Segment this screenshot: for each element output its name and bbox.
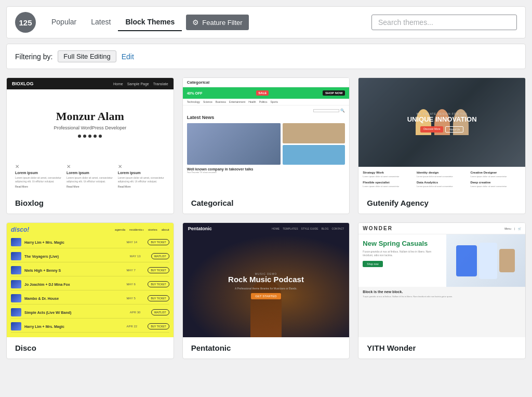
list-item: Harry Lim + Mrs. Magic MAY 14 BUY TICKET: [11, 236, 169, 248]
filter-bar: Filtering by: Full Site Editing Edit: [6, 44, 526, 69]
pentatonic-logo: Pentatonic: [188, 226, 212, 231]
top-bar: 125 Popular Latest Block Themes ⚙ Featur…: [6, 6, 526, 38]
themes-grid: BIOXLOG Home Sample Page Translate Monzu…: [6, 77, 526, 359]
filter-tag: Full Site Editing: [58, 50, 116, 62]
bioxlog-nav: Home Sample Page Translate: [113, 82, 168, 86]
yith-logo: WONDER: [363, 226, 393, 231]
theme-name-bioxlog: Bioxlog: [7, 192, 174, 214]
theme-name-yith: YITH Wonder: [358, 337, 525, 359]
theme-card-yith-wonder[interactable]: WONDER Menu | 🛒 New Spring Casuals Fusce…: [358, 222, 526, 359]
theme-preview-yith: WONDER Menu | 🛒 New Spring Casuals Fusce…: [358, 223, 525, 337]
list-item: Mambo & Dr. House MAY 5 BUY TICKET: [11, 293, 169, 305]
theme-card-categorical[interactable]: Categorical 40% OFF SALE SHOP NOW Techno…: [182, 77, 350, 214]
theme-preview-disco: disco! agenda residents+ stories about H…: [7, 223, 174, 337]
categorical-logo: Categorical: [187, 80, 210, 85]
feature-filter-label: Feature Filter: [202, 19, 242, 27]
theme-preview-gutenify: WE CREATE DESIGN FOR YOU UNIQUE INNOVATI…: [358, 78, 525, 192]
theme-card-pentatonic[interactable]: Pentatonic HOME TEMPLATES STYLE GUIDE BL…: [182, 222, 350, 359]
nav-tabs: Popular Latest Block Themes ⚙ Feature Fi…: [44, 14, 371, 31]
list-item: Simple Acts (Live W/ Band) APR 30 WAITLI…: [11, 307, 169, 319]
theme-card-disco[interactable]: disco! agenda residents+ stories about H…: [6, 222, 174, 359]
theme-name-pentatonic: Pentatonic: [183, 337, 350, 359]
page-wrapper: 125 Popular Latest Block Themes ⚙ Featur…: [0, 0, 532, 365]
tab-latest[interactable]: Latest: [84, 14, 118, 31]
theme-name-categorical: Categorical: [183, 192, 350, 214]
disco-logo: disco!: [11, 226, 29, 233]
gear-icon: ⚙: [192, 18, 199, 27]
theme-preview-bioxlog: BIOXLOG Home Sample Page Translate Monzu…: [7, 78, 174, 192]
theme-count-badge: 125: [15, 12, 36, 33]
disco-events: Harry Lim + Mrs. Magic MAY 14 BUY TICKET…: [11, 236, 169, 333]
theme-card-gutenify[interactable]: WE CREATE DESIGN FOR YOU UNIQUE INNOVATI…: [358, 77, 526, 214]
search-input[interactable]: [371, 15, 517, 30]
list-item: Harry Lim + Mrs. Magic APR 22 BUY TICKET: [11, 321, 169, 333]
edit-filter-link[interactable]: Edit: [122, 52, 134, 61]
bioxlog-person-title: Professional WordPress Developer: [54, 125, 126, 130]
bioxlog-logo: BIOXLOG: [12, 81, 34, 86]
theme-card-bioxlog[interactable]: BIOXLOG Home Sample Page Translate Monzu…: [6, 77, 174, 214]
theme-name-gutenify: Gutenify Agency: [358, 192, 525, 214]
feature-filter-button[interactable]: ⚙ Feature Filter: [186, 15, 248, 30]
list-item: Jo Joachim + DJ Mina Fox MAY 6 BUY TICKE…: [11, 279, 169, 290]
tab-block-themes[interactable]: Block Themes: [118, 14, 182, 31]
search-wrapper: [371, 15, 517, 30]
theme-name-disco: Disco: [7, 337, 174, 359]
bioxlog-columns: ✕ Lorem ipsum Lorem ipsum dolor sit amet…: [7, 160, 174, 192]
bioxlog-person-name: Monzur Alam: [56, 110, 124, 123]
list-item: Niels High + Benny S MAY 7 BUY TICKET: [11, 264, 169, 276]
bioxlog-dots: [78, 135, 102, 138]
theme-preview-pentatonic: Pentatonic HOME TEMPLATES STYLE GUIDE BL…: [183, 223, 350, 337]
tab-popular[interactable]: Popular: [44, 14, 84, 31]
list-item: The Voyagers (Live) MAY 13 WAITLIST: [11, 250, 169, 262]
bioxlog-hero: Monzur Alam Professional WordPress Devel…: [7, 89, 174, 160]
filter-by-label: Filtering by:: [15, 52, 52, 61]
theme-preview-categorical: Categorical 40% OFF SALE SHOP NOW Techno…: [183, 78, 350, 192]
